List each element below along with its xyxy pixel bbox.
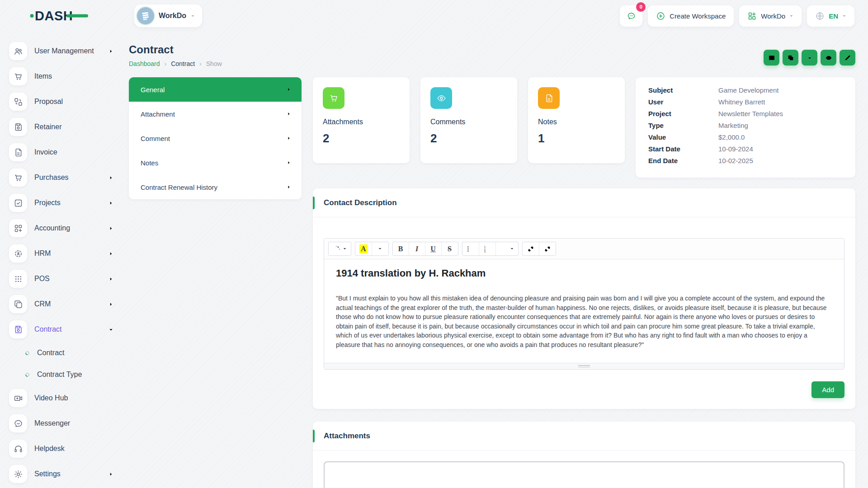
sidebar-item-projects[interactable]: Projects: [9, 190, 114, 216]
chevron-right-icon: [108, 251, 114, 257]
plus-circle-icon: [656, 11, 665, 21]
sidebar-item-user-management[interactable]: User Management: [9, 38, 114, 64]
stat-label: Notes: [538, 118, 615, 126]
proposal-icon: [9, 93, 27, 111]
top-right-actions: 0 Create Workspace WorkDo EN: [620, 5, 854, 27]
chevron-right-icon: [286, 111, 292, 117]
page-actions: [764, 50, 855, 67]
download-button[interactable]: [802, 50, 817, 66]
accounting-icon: [9, 219, 27, 237]
detail-row: Start Date10-09-2024: [648, 145, 843, 153]
caret-down-icon: [343, 247, 347, 251]
floppy-icon: [9, 118, 27, 136]
sidebar-item-crm[interactable]: CRM: [9, 291, 114, 317]
unlink-icon: [543, 245, 552, 253]
chevron-right-icon: [286, 184, 292, 190]
copy-icon: [787, 54, 794, 61]
contract-tabs-card: General Attachment Comment Notes: [129, 77, 302, 199]
font-color-button[interactable]: A: [355, 242, 372, 255]
eye-icon: [825, 54, 832, 61]
sidebar-subitem-contract-type[interactable]: Contract Type: [9, 364, 129, 385]
sidebar-item-pos[interactable]: POS: [9, 266, 114, 291]
chevron-right-icon: [108, 200, 114, 206]
tab-attachment[interactable]: Attachment: [129, 102, 302, 126]
tab-notes[interactable]: Notes: [129, 150, 302, 175]
language-selector[interactable]: EN: [807, 5, 854, 27]
underline-button[interactable]: U: [425, 242, 442, 255]
tab-comment[interactable]: Comment: [129, 126, 302, 150]
insert-link-button[interactable]: [523, 242, 539, 255]
messages-button[interactable]: 0: [620, 5, 642, 27]
duplicate-button[interactable]: [783, 50, 798, 66]
cart-icon: [9, 169, 27, 187]
workspace-selector[interactable]: WorkDo: [134, 5, 202, 27]
sidebar-item-retainer[interactable]: Retainer: [9, 114, 114, 140]
sidebar-item-contract[interactable]: Contract: [9, 317, 114, 342]
eye-icon: [430, 87, 452, 109]
stat-label: Comments: [430, 118, 507, 126]
sidebar-item-proposal[interactable]: Proposal: [9, 89, 114, 114]
tab-general[interactable]: General: [129, 77, 302, 102]
globe-icon: [815, 11, 825, 21]
caret-down-icon: [378, 247, 382, 251]
sidebar-item-hrm[interactable]: HRM: [9, 241, 114, 266]
tab-contract-renewal-history[interactable]: Contract Renewal History: [129, 175, 302, 199]
grip-icon: [578, 365, 590, 367]
chevron-down-icon: [842, 14, 846, 18]
workdo-menu-button[interactable]: WorkDo: [739, 5, 802, 27]
stat-value: 2: [430, 131, 507, 145]
stat-value: 2: [323, 131, 400, 145]
bold-button[interactable]: B: [393, 242, 409, 255]
file-dropzone[interactable]: Drop files here to upload: [324, 461, 844, 488]
chevron-right-icon: [108, 471, 114, 477]
sidebar-item-purchases[interactable]: Purchases: [9, 165, 114, 190]
page-title: Contract: [129, 43, 222, 56]
language-label: EN: [829, 12, 838, 20]
paragraph-align-button[interactable]: [496, 242, 518, 255]
sidebar-subitem-contract[interactable]: Contract: [9, 342, 129, 364]
stat-card-notes: Notes 1: [528, 77, 625, 163]
attachments-card: Attachments Drop files here to upload: [313, 422, 855, 488]
create-workspace-button[interactable]: Create Workspace: [648, 5, 734, 27]
editor-resize-handle[interactable]: [324, 363, 844, 369]
italic-button[interactable]: I: [409, 242, 425, 255]
preview-button[interactable]: [821, 50, 836, 66]
workspace-name: WorkDo: [159, 12, 186, 20]
unlink-button[interactable]: [539, 242, 556, 255]
sidebar-item-invoice[interactable]: Invoice: [9, 140, 114, 165]
sidebar-item-accounting[interactable]: Accounting: [9, 216, 114, 241]
gear-icon: [9, 465, 27, 483]
create-workspace-label: Create Workspace: [670, 12, 726, 20]
note-icon: [538, 87, 560, 109]
detail-row: Value$2,000.0: [648, 133, 843, 141]
sidebar-item-messenger[interactable]: Messenger: [9, 411, 114, 436]
headset-icon: [9, 440, 27, 458]
breadcrumb-show: Show: [206, 60, 222, 67]
editor-content[interactable]: 1914 translation by H. Rackham "But I mu…: [324, 259, 844, 363]
dash-logo: DASH: [29, 8, 91, 24]
breadcrumb-dashboard[interactable]: Dashboard: [129, 60, 160, 67]
font-color-caret-button[interactable]: [372, 242, 388, 255]
grid-plus-icon: [747, 11, 757, 21]
stat-card-comments: Comments 2: [420, 77, 517, 163]
style-magic-button[interactable]: [329, 242, 351, 255]
breadcrumb-separator: ›: [199, 60, 202, 67]
sidebar-item-helpdesk[interactable]: Helpdesk: [9, 436, 114, 461]
chevron-right-icon: [108, 301, 114, 307]
align-icon: [500, 245, 508, 253]
unordered-list-button[interactable]: [462, 242, 479, 255]
sidebar-item-video-hub[interactable]: Video Hub: [9, 385, 114, 411]
sidebar-item-items[interactable]: Items: [9, 64, 114, 89]
mail-icon: [768, 54, 775, 61]
edit-button[interactable]: [840, 50, 855, 66]
chevron-right-icon: [108, 276, 114, 282]
send-mail-button[interactable]: [764, 50, 779, 66]
breadcrumb: Dashboard › Contract › Show: [129, 60, 222, 67]
workdo-menu-label: WorkDo: [761, 12, 785, 20]
add-button[interactable]: Add: [811, 381, 844, 398]
sidebar-item-settings[interactable]: Settings: [9, 461, 114, 487]
strikethrough-button[interactable]: S: [442, 242, 458, 255]
breadcrumb-contract[interactable]: Contract: [171, 60, 195, 67]
ordered-list-button[interactable]: [479, 242, 496, 255]
stat-card-attachments: Attachments 2: [313, 77, 410, 163]
